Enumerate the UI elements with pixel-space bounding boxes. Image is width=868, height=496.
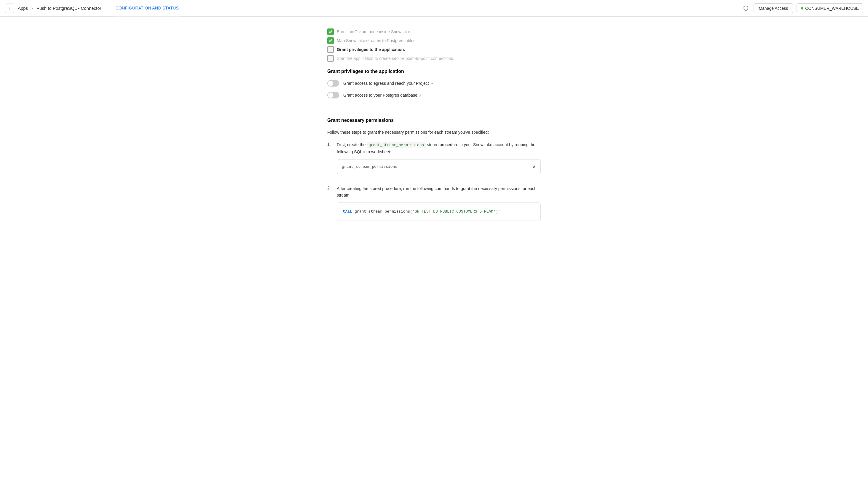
sql-keyword-call: CALL [343,209,352,214]
connector-breadcrumb: Push to PostgreSQL - Connector [36,6,101,11]
toggle-row-egress: Grant access to egress and reach your Pr… [327,80,541,87]
manage-access-button[interactable]: Manage Access [754,3,793,13]
toggle-egress[interactable] [327,80,339,87]
postgres-link-icon: ↗ [419,94,421,97]
main-content: Enroll an Ockam node inside Snowflake. M… [321,17,547,246]
header-right: Manage Access CONSUMER_WAREHOUSE [742,3,863,13]
toggle-postgres[interactable] [327,92,339,98]
step-1-number: 1. [327,141,333,146]
apps-breadcrumb[interactable]: Apps [18,6,28,11]
grant-privileges-title: Grant privileges to the application [327,69,541,74]
warehouse-status-dot [801,7,803,10]
grant-privileges-section: Grant privileges to the application Gran… [327,69,541,98]
checklist-item-grant: Grant privileges to the application. [327,46,541,53]
checklist-label-map: Map Snowflake streams to Postgres tables [337,38,415,43]
check-icon-active [327,46,334,53]
back-button[interactable]: ‹ [5,3,14,13]
setup-checklist: Enroll an Ockam node inside Snowflake. M… [327,29,541,62]
checklist-label-grant: Grant privileges to the application. [337,47,405,52]
egress-link-icon: ↗ [430,82,433,86]
checklist-label-start: Start the application to create secure p… [337,56,454,61]
tab-configuration-status[interactable]: CONFIGURATION AND STATUS [114,0,180,16]
nav-tabs: CONFIGURATION AND STATUS [114,0,180,16]
checklist-item-start: Start the application to create secure p… [327,55,541,62]
toggle-row-postgres: Grant access to your Postgres database ↗ [327,92,541,98]
checklist-item-map: Map Snowflake streams to Postgres tables [327,37,541,44]
checklist-item-enroll: Enroll an Ockam node inside Snowflake. [327,29,541,35]
shield-icon [742,4,750,13]
step-1-content: First, create the grant_stream_permissio… [337,141,541,178]
check-icon-done-2 [327,37,334,44]
check-icon-pending [327,55,334,62]
step-2-content: After creating the stored procedure, run… [337,185,541,221]
back-icon: ‹ [9,6,10,11]
step-2: 2. After creating the stored procedure, … [327,185,541,221]
step-2-number: 2. [327,185,333,190]
toggle-postgres-label: Grant access to your Postgres database ↗ [343,93,421,97]
toggle-egress-label: Grant access to egress and reach your Pr… [343,81,433,86]
breadcrumb-separator: › [31,6,33,11]
check-icon-done [327,29,334,35]
code-inline-grant: grant_stream_permissions [367,142,426,148]
warehouse-selector[interactable]: CONSUMER_WAREHOUSE [796,3,863,13]
sql-closing: ); [496,209,501,214]
warehouse-label: CONSUMER_WAREHOUSE [805,6,859,11]
step-1-text: First, create the grant_stream_permissio… [337,141,541,155]
grant-permissions-section: Grant necessary permissions Follow these… [327,118,541,221]
sql-function-name: grant_stream_permissions( [354,209,412,214]
step-2-text: After creating the stored procedure, run… [337,185,541,199]
code-block-collapsible[interactable]: grant_stream_permissions ∨ [337,159,541,174]
grant-permissions-title: Grant necessary permissions [327,118,541,123]
section-divider [327,108,541,108]
app-header: ‹ Apps › Push to PostgreSQL - Connector … [0,0,868,17]
permissions-description: Follow these steps to grant the necessar… [327,129,541,136]
code-block-label: grant_stream_permissions [342,165,397,169]
chevron-down-icon: ∨ [532,164,536,170]
steps-list: 1. First, create the grant_stream_permis… [327,141,541,220]
step-1: 1. First, create the grant_stream_permis… [327,141,541,178]
sql-code-block: CALL grant_stream_permissions('SN_TEST_D… [337,202,541,220]
checklist-label-enroll: Enroll an Ockam node inside Snowflake. [337,29,411,34]
sql-string-value: 'SN_TEST_DB.PUBLIC.CUSTOMERS_STREAM' [412,209,496,214]
